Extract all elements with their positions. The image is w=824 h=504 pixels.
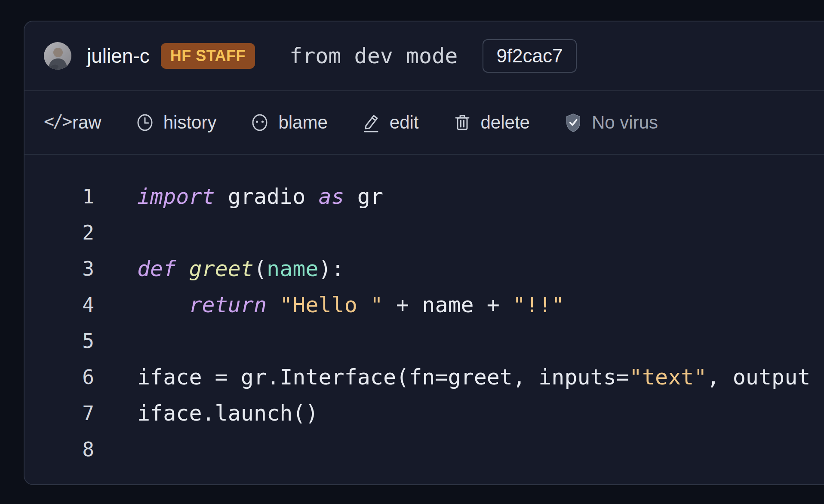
line-number[interactable]: 8: [25, 438, 94, 461]
line-number[interactable]: 2: [25, 221, 94, 244]
code-line: 6iface = gr.Interface(fn=greet, inputs="…: [25, 359, 824, 395]
no-virus-label: No virus: [592, 112, 658, 133]
commit-message[interactable]: from dev mode: [289, 43, 458, 68]
clock-icon: [135, 113, 155, 132]
hf-staff-badge: HF STAFF: [161, 43, 255, 68]
username-link[interactable]: julien-c: [87, 44, 150, 68]
code-line: 2: [25, 215, 824, 251]
code-text: return "Hello " + name + "!!": [137, 292, 564, 317]
code-text: iface.launch(): [137, 401, 318, 426]
code-line: 5: [25, 323, 824, 359]
delete-label: delete: [481, 112, 530, 133]
commit-hash[interactable]: 9f2cac7: [483, 39, 576, 73]
edit-label: edit: [390, 112, 419, 133]
line-number[interactable]: 4: [25, 293, 94, 317]
code-lines: 1import gradio as gr23def greet(name):4 …: [25, 178, 824, 467]
raw-label: raw: [72, 112, 101, 133]
avatar-photo: [44, 42, 71, 70]
raw-button[interactable]: </> raw: [44, 112, 101, 133]
line-number[interactable]: 6: [25, 366, 94, 389]
code-text: import gradio as gr: [137, 184, 383, 209]
avatar[interactable]: [44, 42, 71, 70]
delete-button[interactable]: delete: [452, 112, 530, 133]
no-virus-status: No virus: [563, 112, 658, 133]
trash-icon: [452, 113, 472, 132]
code-line: 8: [25, 431, 824, 467]
code-line: 3def greet(name):: [25, 251, 824, 287]
code-line: 1import gradio as gr: [25, 178, 824, 215]
code-icon: </>: [44, 113, 64, 132]
code-text: iface = gr.Interface(fn=greet, inputs="t…: [137, 365, 810, 390]
line-number[interactable]: 5: [25, 329, 94, 353]
line-number[interactable]: 3: [25, 257, 94, 280]
blame-icon: [250, 113, 270, 132]
code-line: 4 return "Hello " + name + "!!": [25, 287, 824, 323]
code-line: 7iface.launch(): [25, 395, 824, 431]
shield-check-icon: [563, 113, 583, 132]
blame-label: blame: [278, 112, 327, 133]
edit-button[interactable]: edit: [361, 112, 419, 133]
commit-header: julien-c HF STAFF from dev mode 9f2cac7: [25, 22, 824, 91]
code-viewer: 1import gradio as gr23def greet(name):4 …: [25, 155, 824, 467]
code-text: def greet(name):: [137, 256, 344, 281]
line-number[interactable]: 7: [25, 402, 94, 425]
blame-button[interactable]: blame: [250, 112, 327, 133]
line-number[interactable]: 1: [25, 185, 94, 208]
history-label: history: [163, 112, 217, 133]
pencil-icon: [361, 113, 381, 132]
file-toolbar: </> raw history blame: [25, 91, 824, 155]
file-viewer-card: julien-c HF STAFF from dev mode 9f2cac7 …: [24, 21, 824, 485]
history-button[interactable]: history: [135, 112, 217, 133]
